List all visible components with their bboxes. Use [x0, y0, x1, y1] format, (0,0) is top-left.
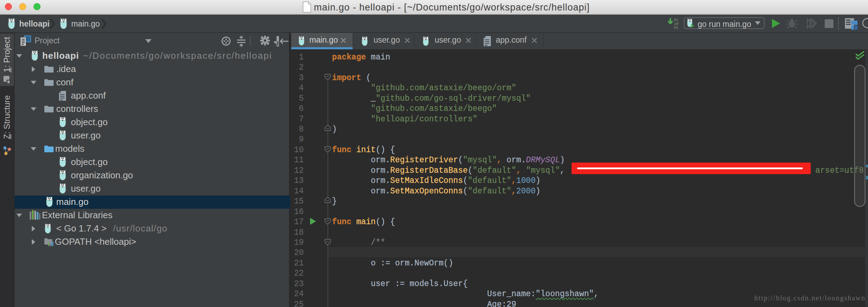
svg-text:01: 01: [674, 26, 679, 30]
